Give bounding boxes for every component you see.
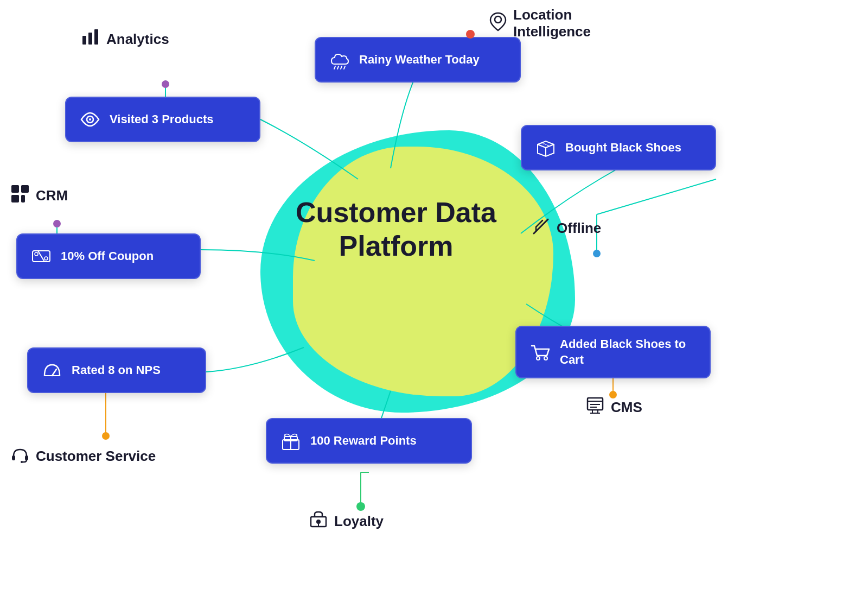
offline-icon xyxy=(532,217,550,239)
analytics-icon xyxy=(81,28,100,50)
svg-point-47 xyxy=(537,357,540,360)
svg-line-37 xyxy=(344,66,345,69)
svg-rect-20 xyxy=(11,195,19,202)
svg-point-46 xyxy=(44,257,48,260)
eye-icon xyxy=(78,107,102,131)
visited-products-label: Visited 3 Products xyxy=(110,112,214,128)
card-bought-shoes: Bought Black Shoes xyxy=(521,125,716,170)
loyalty-text: Loyalty xyxy=(334,513,384,530)
card-cart: Added Black Shoes to Cart xyxy=(515,326,711,378)
card-reward: 100 Reward Points xyxy=(266,418,472,464)
cms-dot xyxy=(609,391,617,398)
svg-line-41 xyxy=(546,144,554,148)
analytics-text: Analytics xyxy=(106,31,169,48)
svg-line-7 xyxy=(597,179,716,214)
customer-service-label: Customer Service xyxy=(11,445,156,467)
card-coupon: 10% Off Coupon xyxy=(16,233,201,279)
location-text-line1: Location xyxy=(513,7,591,23)
svg-rect-21 xyxy=(21,195,25,202)
offline-label: Offline xyxy=(532,217,601,239)
crm-text: CRM xyxy=(36,187,68,204)
rain-icon xyxy=(328,48,352,72)
location-text-line2: Intelligence xyxy=(513,23,591,40)
coupon-label: 10% Off Coupon xyxy=(61,249,154,264)
svg-rect-23 xyxy=(12,455,15,460)
card-nps: Rated 8 on NPS xyxy=(27,347,206,393)
cms-text: CMS xyxy=(611,399,642,416)
customer-service-dot xyxy=(102,432,110,440)
nps-icon xyxy=(40,358,64,382)
location-dot xyxy=(466,30,475,39)
cms-icon xyxy=(586,396,604,419)
cart-label: Added Black Shoes to Cart xyxy=(560,337,698,368)
svg-line-40 xyxy=(538,144,546,148)
card-rainy-weather: Rainy Weather Today xyxy=(315,37,521,83)
location-label: Location Intelligence xyxy=(488,7,591,40)
box-icon xyxy=(534,136,558,160)
svg-line-35 xyxy=(337,66,339,69)
loyalty-dot xyxy=(356,502,365,511)
svg-line-34 xyxy=(334,66,335,69)
reward-label: 100 Reward Points xyxy=(310,433,417,449)
customer-service-icon xyxy=(11,445,29,467)
svg-point-17 xyxy=(495,16,501,23)
svg-rect-19 xyxy=(21,185,29,193)
nps-label: Rated 8 on NPS xyxy=(72,363,161,378)
analytics-dot xyxy=(162,80,169,88)
crm-label: CRM xyxy=(11,185,68,207)
location-icon xyxy=(488,12,508,35)
gift-icon xyxy=(279,429,303,453)
svg-line-36 xyxy=(341,66,342,69)
svg-line-49 xyxy=(52,369,56,376)
center-title: Customer Data Platform xyxy=(282,195,510,263)
analytics-label: Analytics xyxy=(81,28,169,50)
svg-line-44 xyxy=(38,251,44,262)
svg-point-45 xyxy=(35,252,38,256)
offline-text: Offline xyxy=(557,220,601,237)
svg-rect-16 xyxy=(94,29,98,45)
svg-rect-18 xyxy=(11,185,19,193)
svg-rect-24 xyxy=(25,455,28,460)
card-visited-products: Visited 3 Products xyxy=(65,97,260,142)
svg-rect-14 xyxy=(82,36,86,45)
svg-point-25 xyxy=(21,461,23,463)
customer-service-text: Customer Service xyxy=(36,448,156,465)
svg-point-48 xyxy=(544,357,547,360)
rainy-weather-label: Rainy Weather Today xyxy=(359,52,480,68)
cart-icon xyxy=(528,340,552,364)
svg-point-39 xyxy=(89,118,91,121)
svg-rect-15 xyxy=(88,33,92,45)
coupon-icon xyxy=(29,244,53,268)
crm-icon xyxy=(11,185,29,207)
offline-dot xyxy=(593,250,601,257)
loyalty-label: Loyalty xyxy=(309,510,384,533)
bought-shoes-label: Bought Black Shoes xyxy=(565,140,681,156)
blob-yellow xyxy=(293,147,553,396)
cms-label: CMS xyxy=(586,396,642,419)
loyalty-icon xyxy=(309,510,328,533)
crm-dot xyxy=(53,220,61,227)
svg-point-32 xyxy=(316,520,321,524)
